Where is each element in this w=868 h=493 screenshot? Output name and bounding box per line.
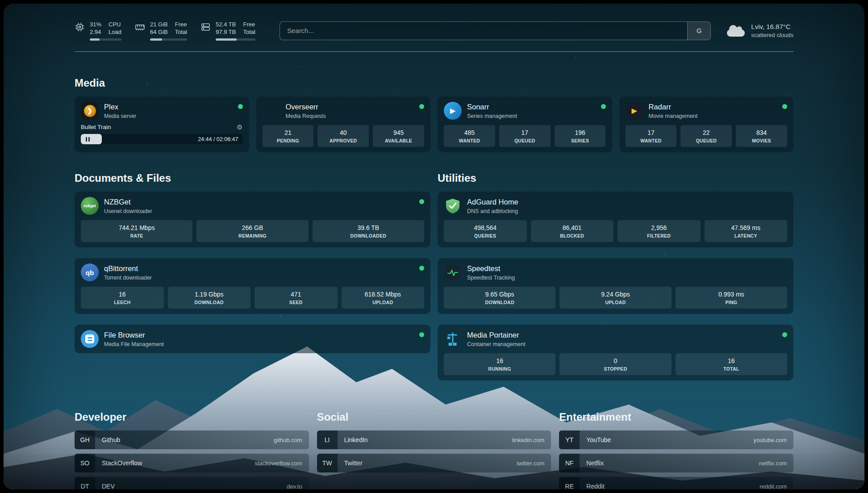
stat-wanted: 17 WANTED: [626, 125, 677, 147]
service-subtitle: DNS and adblocking: [467, 208, 518, 215]
memory-usage-bar: [150, 38, 187, 41]
stat-downloaded: 39.6 TB DOWNLOADED: [313, 220, 424, 242]
stat-queued: 22 QUEUED: [680, 125, 732, 147]
qbittorrent-icon: qb: [81, 263, 99, 281]
memory-icon: [135, 22, 145, 32]
plex-progress-bar[interactable]: 24:44 / 02:06:47: [81, 134, 243, 144]
service-subtitle: Torrent downloader: [104, 274, 152, 281]
search-engine-button[interactable]: G: [687, 22, 710, 40]
service-name: NZBGet: [104, 197, 152, 207]
radarr-icon: ▶: [626, 102, 643, 120]
service-subtitle: Container management: [467, 341, 526, 348]
bookmark-name: Twitter: [344, 460, 363, 467]
service-card-adguard[interactable]: AdGuard Home DNS and adblocking 498,564 …: [438, 192, 793, 247]
service-card-sonarr[interactable]: ▶ Sonarr Series management 485 WANTED: [438, 96, 612, 152]
speedtest-icon: [444, 263, 462, 281]
stat-leech: 16 LEECH: [81, 287, 164, 309]
bookmark-abbr: TW: [317, 454, 338, 472]
service-card-filebrowser[interactable]: File Browser Media File Management: [75, 325, 430, 353]
service-name: File Browser: [104, 330, 164, 340]
stat-queued: 17 QUEUED: [499, 125, 551, 147]
weather-condition: scattered clouds: [751, 31, 793, 39]
plex-playback-time: 24:44 / 02:06:47: [198, 136, 238, 142]
weather-location: Lviv, 16.87°C: [751, 22, 793, 31]
stat-download: 1.19 Gbps DOWNLOAD: [168, 287, 251, 309]
stat-blocked: 86,401 BLOCKED: [531, 220, 614, 242]
status-dot: [419, 266, 424, 271]
bookmark-url: dev.to: [287, 483, 302, 490]
cloud-icon: [727, 29, 745, 37]
stat-ping: 0.993 ms PING: [676, 287, 787, 309]
bookmark-reddit[interactable]: RE Reddit reddit.com: [559, 477, 793, 489]
stat-download: 9.65 Gbps DOWNLOAD: [444, 287, 555, 309]
bookmark-dev[interactable]: DT DEV dev.to: [75, 477, 309, 489]
cpu-load-label: Load: [108, 28, 121, 36]
bookmark-youtube[interactable]: YT YouTube youtube.com: [559, 430, 793, 449]
stat-upload: 618.52 Mbps UPLOAD: [342, 287, 425, 309]
stat-filtered: 2,956 FILTERED: [618, 220, 701, 242]
search-bar: G: [280, 21, 711, 40]
filebrowser-icon: [81, 330, 99, 348]
bookmark-twitter[interactable]: TW Twitter twitter.com: [317, 454, 551, 472]
bookmark-stackoverflow[interactable]: SO StackOverflow stackoverflow.com: [75, 454, 309, 472]
bookmark-abbr: DT: [75, 477, 95, 489]
memory-free: 21 GiB: [150, 21, 168, 28]
bookmark-url: twitter.com: [517, 460, 544, 467]
cpu-usage-bar: [90, 38, 121, 41]
bookmark-url: stackoverflow.com: [255, 460, 302, 467]
overseerr-icon: [263, 102, 280, 120]
disk-icon: [200, 22, 211, 32]
service-card-plex[interactable]: ❯ Plex Media server Bullet Train ⚙: [75, 96, 249, 152]
stat-running: 16 RUNNING: [444, 353, 555, 375]
plex-icon: ❯: [81, 102, 99, 120]
search-input[interactable]: [280, 27, 687, 34]
gear-icon[interactable]: ⚙: [237, 124, 242, 130]
bookmark-github[interactable]: GH Github github.com: [75, 430, 309, 449]
service-card-overseerr[interactable]: Overseerr Media Requests 21 PENDING 40 A…: [256, 96, 431, 152]
bookmark-url: github.com: [274, 437, 302, 443]
status-dot: [419, 104, 424, 109]
service-subtitle: Usenet downloader: [104, 208, 152, 215]
bookmark-abbr: YT: [559, 430, 580, 449]
bookmark-url: youtube.com: [754, 437, 787, 443]
service-name: qBittorrent: [104, 264, 152, 273]
section-title-social: Social: [317, 411, 551, 423]
section-title-developer: Developer: [75, 411, 309, 423]
stat-movies: 834 MOVIES: [736, 125, 787, 147]
adguard-icon: [444, 197, 462, 215]
service-card-radarr[interactable]: ▶ Radarr Movie management 17 WANTED: [619, 96, 794, 152]
memory-free-label: Free: [175, 21, 187, 28]
service-subtitle: Media server: [104, 113, 136, 120]
disk-total: 97.9 TB: [216, 28, 236, 36]
snow-specks: [4, 4, 4, 4]
plex-now-playing-title: Bullet Train: [81, 124, 111, 130]
cpu-load: 2.94: [90, 28, 101, 36]
pause-icon[interactable]: [86, 137, 90, 142]
bookmark-abbr: GH: [75, 430, 95, 449]
bookmark-url: netflix.com: [759, 460, 787, 467]
nzbget-icon: nzbget: [81, 197, 99, 215]
bookmark-name: StackOverflow: [102, 460, 142, 467]
service-card-speedtest[interactable]: Speedtest Speedtest Tracking 9.65 Gbps D…: [438, 258, 793, 314]
service-subtitle: Media File Management: [104, 341, 164, 348]
stat-remaining: 266 GB REMAINING: [196, 220, 308, 242]
service-card-portainer[interactable]: Media Portainer Container management 16 …: [438, 325, 793, 380]
stat-seed: 471 SEED: [255, 287, 338, 309]
service-subtitle: Movie management: [649, 113, 698, 120]
memory-total: 64 GiB: [150, 28, 168, 36]
bookmark-abbr: RE: [559, 477, 580, 489]
stat-upload: 9.24 Gbps UPLOAD: [559, 287, 671, 309]
bookmark-netflix[interactable]: NF Netflix netflix.com: [559, 454, 793, 472]
bookmark-url: reddit.com: [760, 483, 787, 490]
stat-approved: 40 APPROVED: [317, 125, 369, 147]
bookmark-name: YouTube: [586, 436, 611, 443]
service-card-qbittorrent[interactable]: qb qBittorrent Torrent downloader 16 LEE…: [75, 258, 430, 314]
service-card-nzbget[interactable]: nzbget NZBGet Usenet downloader 744.21 M…: [75, 192, 430, 247]
service-subtitle: Series management: [467, 113, 517, 120]
sonarr-icon: ▶: [444, 102, 462, 120]
bookmark-name: DEV: [102, 483, 115, 489]
cpu-percent: 31%: [90, 21, 101, 28]
bookmark-linkedin[interactable]: LI LinkedIn linkedin.com: [317, 430, 551, 449]
service-name: Radarr: [649, 102, 698, 112]
bookmark-name: LinkedIn: [344, 436, 368, 443]
